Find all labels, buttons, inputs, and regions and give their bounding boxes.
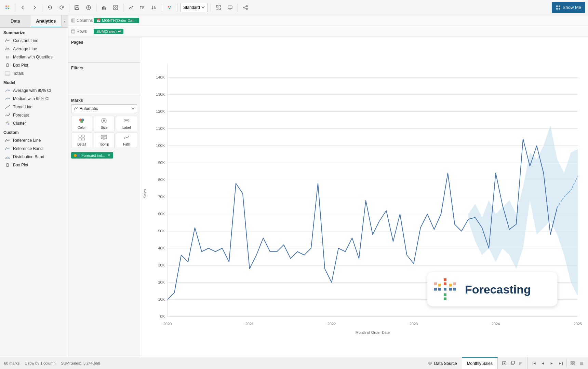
- sidebar-item-forecast[interactable]: Forecast: [0, 111, 68, 119]
- main-area: Data Analytics ‹ Summarize Constant Line…: [0, 15, 588, 357]
- svg-rect-5: [5, 7, 10, 8]
- view-button[interactable]: [111, 3, 120, 12]
- marks-section: Marks Automatic: [68, 95, 140, 357]
- forecast-icon: [5, 112, 10, 118]
- svg-rect-133: [571, 364, 572, 365]
- sidebar-item-constant-line[interactable]: Constant Line: [0, 37, 68, 45]
- box-plot-custom-icon: [5, 162, 10, 168]
- label-marks-icon: [123, 118, 130, 125]
- svg-text:2023: 2023: [410, 322, 418, 326]
- sidebar-item-cluster[interactable]: Cluster: [0, 119, 68, 127]
- marks-detail-button[interactable]: Detail: [71, 133, 92, 148]
- svg-rect-49: [71, 30, 75, 33]
- svg-rect-111: [438, 288, 441, 291]
- standard-dropdown[interactable]: Standard: [180, 3, 208, 12]
- avg-ci-label: Average with 95% CI: [13, 88, 51, 93]
- sidebar-item-box-plot-custom[interactable]: Box Plot: [0, 161, 68, 169]
- forecast-remove-icon[interactable]: ✕: [107, 153, 110, 158]
- fit-button[interactable]: [214, 3, 223, 12]
- tab-monthly-sales[interactable]: Monthly Sales: [462, 357, 498, 369]
- new-worksheet-button[interactable]: [500, 359, 508, 367]
- color-marks-label: Color: [78, 126, 86, 129]
- duplicate-sheet-button[interactable]: [509, 359, 516, 367]
- sidebar-item-med-ci[interactable]: Median with 95% CI: [0, 95, 68, 103]
- marks-buttons-grid: Color Size: [71, 116, 137, 148]
- svg-rect-42: [5, 148, 10, 149]
- sidebar-collapse-button[interactable]: ‹: [61, 15, 68, 27]
- svg-rect-13: [113, 5, 115, 7]
- average-line-icon: [5, 46, 10, 52]
- tab-data[interactable]: Data: [0, 15, 31, 27]
- sidebar-item-distribution-band[interactable]: Distribution Band: [0, 153, 68, 161]
- cluster-label: Cluster: [13, 121, 26, 126]
- prev-page-button[interactable]: ◄: [539, 359, 547, 367]
- marks-size-button[interactable]: Size: [94, 116, 115, 131]
- color-button[interactable]: [165, 3, 174, 12]
- svg-rect-119: [434, 283, 437, 285]
- svg-rect-36: [5, 71, 10, 76]
- forecast-pill[interactable]: Forecast ind... ✕: [71, 152, 113, 159]
- tab-analytics[interactable]: Analytics: [31, 15, 62, 27]
- sidebar-item-box-plot-summarize[interactable]: Box Plot: [0, 61, 68, 69]
- pages-title: Pages: [71, 40, 137, 45]
- status-marks: 60 marks: [4, 361, 19, 365]
- redo-button[interactable]: [57, 3, 66, 12]
- sidebar-item-average-line[interactable]: Average Line: [0, 45, 68, 53]
- svg-text:120K: 120K: [156, 109, 165, 113]
- svg-rect-11: [104, 6, 105, 10]
- share-button[interactable]: [241, 3, 250, 12]
- marks-tooltip-button[interactable]: Tooltip: [94, 133, 115, 148]
- chart-type-button[interactable]: [99, 3, 109, 12]
- svg-rect-26: [559, 5, 560, 7]
- bottom-sep: [566, 359, 567, 367]
- sep2: [42, 3, 42, 12]
- sep7: [177, 3, 177, 12]
- rows-pill[interactable]: SUM(Sales) ⇄: [94, 29, 123, 34]
- sidebar-item-avg-ci[interactable]: Average with 95% CI: [0, 86, 68, 95]
- tab-data-source[interactable]: Data Source: [423, 357, 462, 369]
- marks-color-button[interactable]: Color: [71, 116, 92, 131]
- analytics-toolbar-button[interactable]: [126, 3, 136, 12]
- tooltip-marks-icon: [101, 134, 107, 142]
- device-button[interactable]: [225, 3, 235, 12]
- first-page-button[interactable]: |◄: [530, 359, 538, 367]
- columns-pill-label: MONTH(Order Dat...: [102, 18, 136, 23]
- size-marks-icon: [101, 118, 107, 125]
- svg-rect-8: [76, 8, 78, 10]
- sidebar-item-reference-line[interactable]: Reference Line: [0, 136, 68, 145]
- sort-desc-button[interactable]: [149, 3, 159, 12]
- sidebar-item-totals[interactable]: Totals: [0, 69, 68, 78]
- box-plot-summarize-icon: [5, 63, 10, 68]
- sidebar-item-reference-band[interactable]: Reference Band: [0, 145, 68, 153]
- columns-pill[interactable]: 📅 MONTH(Order Dat...: [94, 18, 139, 23]
- undo-button[interactable]: [45, 3, 55, 12]
- show-me-label: Show Me: [563, 5, 581, 10]
- path-marks-icon: [123, 134, 130, 142]
- show-me-button[interactable]: Show Me: [552, 2, 585, 13]
- svg-rect-7: [76, 5, 78, 7]
- sort-asc-button[interactable]: [138, 3, 147, 12]
- sidebar-item-trend-line[interactable]: Trend Line: [0, 103, 68, 111]
- marks-type-dropdown[interactable]: Automatic: [71, 104, 137, 113]
- sidebar-item-median-quartiles[interactable]: Median with Quartiles: [0, 53, 68, 61]
- marks-path-button[interactable]: Path: [116, 133, 137, 148]
- totals-icon: [5, 71, 10, 76]
- back-button[interactable]: [18, 3, 28, 12]
- marks-label-button[interactable]: Label: [116, 116, 137, 131]
- list-view-button[interactable]: [578, 359, 585, 367]
- forward-button[interactable]: [30, 3, 39, 12]
- home-button[interactable]: [3, 3, 12, 12]
- publish-button[interactable]: [84, 3, 93, 12]
- next-page-button[interactable]: ►: [548, 359, 556, 367]
- last-page-button[interactable]: ►|: [557, 359, 564, 367]
- grid-view-button[interactable]: [569, 359, 576, 367]
- bottom-right: |◄ ◄ ► ►|: [527, 357, 588, 369]
- pages-body: [71, 46, 137, 60]
- rows-swap-icon: ⇄: [118, 29, 121, 33]
- pages-section: Pages: [68, 37, 140, 63]
- filters-body: [71, 72, 137, 92]
- sort-sheets-button[interactable]: [517, 359, 524, 367]
- marks-type-label: Automatic: [80, 106, 98, 111]
- save-button[interactable]: [72, 3, 82, 12]
- standard-label: Standard: [183, 5, 200, 10]
